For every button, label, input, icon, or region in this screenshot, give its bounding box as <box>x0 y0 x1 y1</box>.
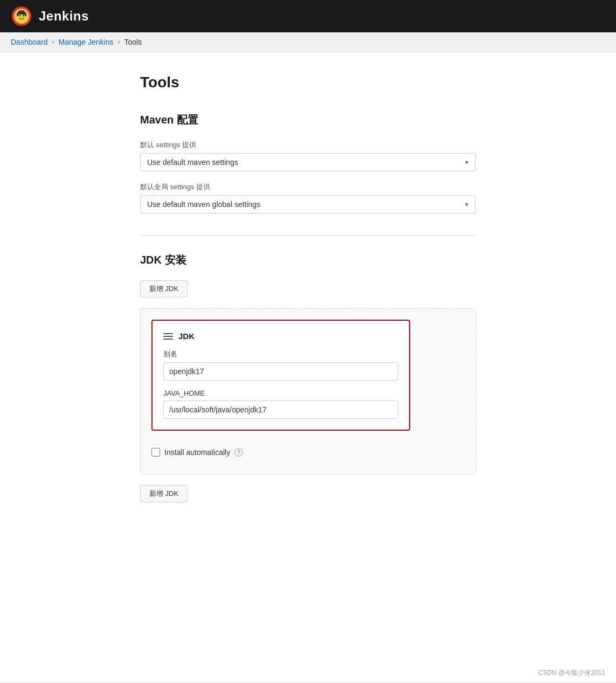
jdk-card-title: JDK <box>178 332 195 341</box>
add-jdk-button-bottom[interactable]: 新增 JDK <box>140 485 188 502</box>
breadcrumb-manage-jenkins[interactable]: Manage Jenkins <box>59 38 114 46</box>
breadcrumb-dashboard[interactable]: Dashboard <box>11 38 48 46</box>
svg-rect-5 <box>17 13 18 16</box>
install-automatically-label: Install automatically <box>164 448 230 457</box>
default-settings-select[interactable]: Use default maven settings <box>140 153 476 171</box>
default-global-settings-group: 默认全局 settings 提供 Use default maven globa… <box>140 182 476 213</box>
drag-handle-icon[interactable] <box>163 333 173 340</box>
alias-input[interactable] <box>163 362 398 381</box>
default-settings-group: 默认 settings 提供 Use default maven setting… <box>140 140 476 171</box>
alias-label: 别名 <box>163 349 398 359</box>
install-automatically-checkbox[interactable] <box>151 448 160 457</box>
page-title: Tools <box>140 74 476 91</box>
default-global-settings-label: 默认全局 settings 提供 <box>140 182 476 192</box>
default-global-settings-select[interactable]: Use default maven global settings <box>140 195 476 213</box>
jdk-section: JDK 安装 新增 JDK JDK 别名 JAVA_HOME <box>140 253 476 513</box>
default-settings-label: 默认 settings 提供 <box>140 140 476 150</box>
header: Jenkins <box>0 0 616 32</box>
main-content: Tools Maven 配置 默认 settings 提供 Use defaul… <box>0 52 616 681</box>
svg-point-4 <box>23 15 24 17</box>
maven-section-title: Maven 配置 <box>140 113 476 127</box>
add-jdk-button-top[interactable]: 新增 JDK <box>140 280 188 298</box>
java-home-input[interactable] <box>163 401 398 419</box>
jdk-card: JDK 别名 JAVA_HOME <box>151 320 410 431</box>
svg-point-3 <box>19 15 20 17</box>
breadcrumb: Dashboard › Manage Jenkins › Tools <box>0 32 616 52</box>
maven-section: Maven 配置 默认 settings 提供 Use default mave… <box>140 113 476 213</box>
breadcrumb-tools: Tools <box>124 38 142 46</box>
default-settings-select-wrapper: Use default maven settings <box>140 153 476 171</box>
breadcrumb-sep-1: › <box>52 38 54 46</box>
jenkins-logo-icon <box>11 5 32 27</box>
jdk-items-container: JDK 别名 JAVA_HOME Install automatically ? <box>140 308 476 474</box>
breadcrumb-sep-2: › <box>117 38 120 46</box>
install-automatically-row: Install automatically ? <box>151 441 465 463</box>
app-title: Jenkins <box>39 9 89 24</box>
default-global-settings-select-wrapper: Use default maven global settings <box>140 195 476 213</box>
java-home-label: JAVA_HOME <box>163 389 398 397</box>
svg-rect-6 <box>25 13 26 16</box>
help-icon[interactable]: ? <box>234 448 243 457</box>
jdk-section-title: JDK 安装 <box>140 253 476 267</box>
footer-attribution: CSDN @今狐少侠2011 <box>538 668 605 678</box>
jdk-card-header: JDK <box>163 332 398 341</box>
section-divider <box>140 235 476 236</box>
